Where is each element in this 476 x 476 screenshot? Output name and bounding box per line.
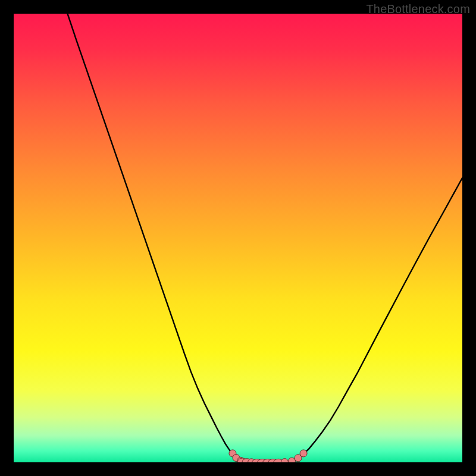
chart-frame: TheBottleneck.com: [0, 0, 476, 476]
valley-dot: [300, 450, 307, 457]
watermark-text: TheBottleneck.com: [366, 2, 470, 16]
plot-area: [14, 14, 462, 462]
chart-svg: [14, 14, 462, 462]
gradient-background: [14, 14, 462, 462]
